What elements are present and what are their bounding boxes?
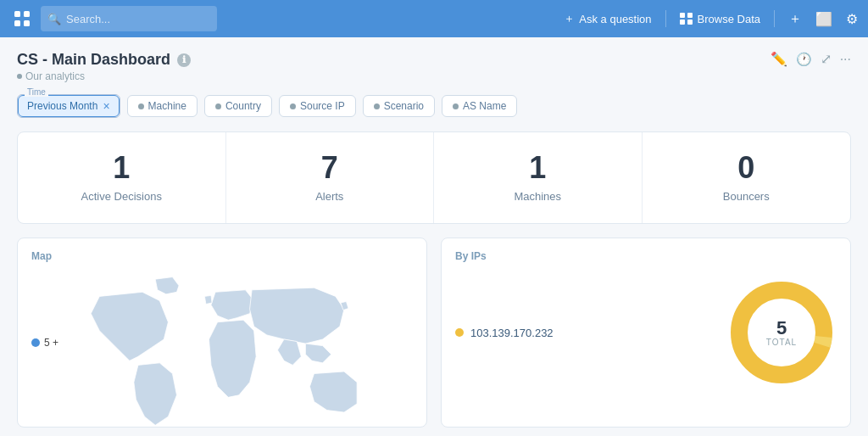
stat-card-bouncers: 0 Bouncers — [643, 132, 851, 223]
donut-chart: 5 TOTAL — [726, 277, 837, 388]
donut-total-number: 5 — [766, 319, 797, 338]
donut-center: 5 TOTAL — [766, 319, 797, 347]
title-area: CS - Main Dashboard ℹ Our analytics — [17, 51, 191, 82]
stat-card-alerts: 7 Alerts — [226, 132, 435, 223]
stat-cards: 1 Active Decisions 7 Alerts 1 Machines 0… — [17, 131, 851, 224]
edit-icon[interactable]: ✏️ — [771, 51, 787, 67]
ask-question-button[interactable]: ＋ Ask a question — [564, 11, 651, 26]
stat-number-machines: 1 — [451, 153, 625, 183]
page-header: CS - Main Dashboard ℹ Our analytics ✏️ 🕐… — [17, 51, 851, 82]
by-ips-panel: By IPs 103.139.170.232 5 TOTAL — [441, 238, 851, 428]
stat-card-machines: 1 Machines — [434, 132, 643, 223]
filter-dot-icon — [374, 103, 380, 109]
svg-rect-6 — [680, 20, 685, 25]
plus-icon: ＋ — [564, 11, 575, 26]
more-options-icon[interactable]: ··· — [840, 52, 851, 67]
as-name-filter[interactable]: AS Name — [442, 95, 517, 117]
stat-card-active-decisions: 1 Active Decisions — [18, 132, 226, 223]
logo-icon[interactable] — [10, 7, 34, 31]
map-legend-label: 5 + — [44, 337, 58, 349]
svg-rect-4 — [680, 13, 685, 18]
close-icon[interactable]: × — [103, 100, 109, 112]
topnav-actions: ＋ Ask a question Browse Data ＋ ⬜ ⚙ — [564, 10, 858, 28]
filter-dot-icon — [453, 103, 459, 109]
time-filter-label: Time — [25, 87, 48, 97]
fullscreen-icon[interactable]: ⤢ — [821, 51, 832, 67]
svg-rect-7 — [687, 20, 693, 25]
map-panel-title: Map — [31, 250, 413, 262]
stat-label-bouncers: Bouncers — [659, 190, 834, 203]
source-ip-filter[interactable]: Source IP — [279, 95, 356, 117]
filter-dot-icon — [138, 103, 144, 109]
add-icon-button[interactable]: ＋ — [788, 10, 802, 28]
stat-label-machines: Machines — [451, 190, 625, 203]
world-map-svg — [74, 271, 417, 436]
page-title: CS - Main Dashboard ℹ — [17, 51, 191, 69]
settings-icon-button[interactable]: ⚙ — [846, 11, 858, 27]
time-filter-group: Time Previous Month × — [17, 94, 120, 118]
divider — [665, 10, 666, 27]
by-ips-content: 103.139.170.232 5 TOTAL — [455, 271, 837, 388]
ip-address-label: 103.139.170.232 — [470, 327, 554, 339]
stat-label-alerts: Alerts — [243, 190, 417, 203]
search-input[interactable] — [41, 6, 217, 31]
stat-number-active-decisions: 1 — [35, 153, 209, 183]
browse-data-button[interactable]: Browse Data — [680, 13, 760, 25]
bottom-panels: Map 5 + — [17, 238, 851, 428]
page-subtitle: Our analytics — [17, 70, 191, 82]
divider2 — [774, 10, 775, 27]
filter-dot-icon — [215, 103, 221, 109]
scenario-filter[interactable]: Scenario — [363, 95, 435, 117]
svg-rect-3 — [24, 20, 30, 26]
history-icon[interactable]: 🕐 — [796, 52, 812, 67]
svg-rect-1 — [24, 11, 30, 17]
main-content: CS - Main Dashboard ℹ Our analytics ✏️ 🕐… — [0, 37, 868, 436]
map-panel: Map 5 + — [17, 238, 427, 428]
map-legend: 5 + — [31, 337, 58, 349]
filter-dot-icon — [290, 103, 296, 109]
stat-label-active-decisions: Active Decisions — [35, 190, 209, 203]
stat-number-bouncers: 0 — [659, 153, 834, 183]
ip-legend: 103.139.170.232 — [455, 327, 554, 339]
header-actions: ✏️ 🕐 ⤢ ··· — [771, 51, 851, 67]
time-filter-chip[interactable]: Previous Month × — [18, 95, 120, 117]
machine-filter[interactable]: Machine — [127, 95, 198, 117]
search-wrap: 🔍 — [41, 6, 217, 31]
ip-dot-icon — [455, 328, 464, 337]
donut-total-label: TOTAL — [766, 338, 797, 347]
expand-icon-button[interactable]: ⬜ — [815, 11, 832, 27]
by-ips-panel-title: By IPs — [455, 250, 837, 262]
ip-legend-item: 103.139.170.232 — [455, 327, 554, 339]
map-legend-dot — [31, 338, 40, 347]
filters-bar: Time Previous Month × Machine Country So… — [17, 94, 851, 118]
country-filter[interactable]: Country — [204, 95, 272, 117]
svg-rect-2 — [14, 20, 20, 26]
map-container: 5 + — [31, 271, 413, 415]
info-icon[interactable]: ℹ — [177, 53, 191, 67]
svg-rect-5 — [687, 13, 693, 18]
stat-number-alerts: 7 — [243, 153, 417, 183]
topnav: 🔍 ＋ Ask a question Browse Data ＋ ⬜ ⚙ — [0, 0, 868, 37]
svg-rect-0 — [14, 11, 20, 17]
